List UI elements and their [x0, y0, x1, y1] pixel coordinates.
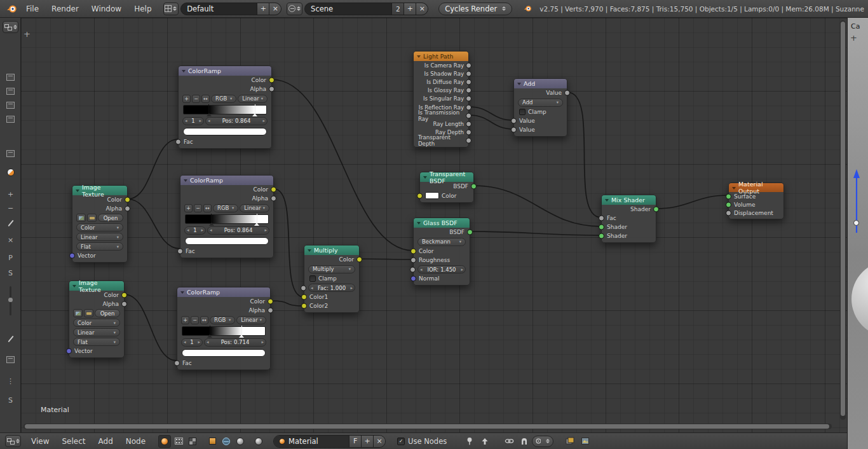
delete-stop-button[interactable]: − [192, 95, 200, 103]
value-output-socket[interactable] [466, 88, 471, 93]
background-image-button[interactable] [579, 435, 592, 448]
manipulator-center-icon[interactable] [853, 220, 859, 226]
value-output-socket[interactable] [466, 138, 471, 144]
collapse-icon[interactable] [180, 291, 184, 294]
grid-icon[interactable] [4, 354, 17, 365]
interpolation-dropdown[interactable]: Linear [238, 95, 268, 103]
stop-index-field[interactable]: 1 [181, 338, 203, 347]
add-stop-button[interactable]: + [181, 316, 189, 324]
distribution-dropdown[interactable]: Beckmann [417, 238, 466, 246]
alpha-output-socket[interactable] [268, 308, 273, 314]
dots-icon[interactable]: ⋮ [4, 375, 17, 387]
z-axis-manipulator-icon[interactable] [851, 169, 865, 239]
shader2-input-socket[interactable] [599, 233, 604, 239]
stop-position-field[interactable]: Pos:0.864 [205, 117, 268, 125]
collapse-icon[interactable] [423, 176, 427, 179]
shader-nodes-button[interactable] [158, 435, 171, 448]
vector-input-socket[interactable] [69, 253, 75, 259]
colorramp-stop-active[interactable] [257, 214, 257, 224]
menu-help[interactable]: Help [128, 4, 158, 13]
blend-type-dropdown[interactable]: Multiply [308, 265, 355, 273]
clamp-checkbox[interactable] [309, 275, 316, 282]
fac-input-socket[interactable] [174, 361, 180, 366]
value-output-socket[interactable] [466, 79, 471, 85]
menu-window[interactable]: Window [85, 4, 128, 13]
node-transparent-bsdf[interactable]: Transparent BSDF BSDF Color [419, 172, 474, 203]
menu-view[interactable]: View [25, 437, 55, 446]
console-icon[interactable] [4, 148, 17, 159]
color-mode-dropdown[interactable]: RGB [211, 95, 236, 103]
add-stop-button[interactable]: + [182, 95, 191, 103]
node-header[interactable]: Light Path [414, 52, 468, 61]
node-header[interactable]: ColorRamp [179, 66, 271, 76]
delete-stop-button[interactable]: − [194, 204, 202, 212]
stop-color-swatch[interactable] [182, 349, 266, 357]
color-input-socket[interactable] [410, 249, 416, 254]
node-mix-multiply[interactable]: Multiply Color Multiply Clamp Fac:1.000 … [304, 245, 360, 313]
colorramp-stop[interactable] [208, 104, 209, 115]
volume-input-socket[interactable] [726, 202, 731, 207]
vector-input-socket[interactable] [66, 349, 72, 354]
object-shader-button[interactable] [206, 435, 219, 448]
menu-add[interactable]: Add [92, 437, 119, 446]
projection-dropdown[interactable]: Flat [76, 242, 123, 251]
remove-icon[interactable]: − [4, 202, 17, 214]
alpha-output-socket[interactable] [125, 206, 130, 212]
stop-position-field[interactable]: Pos:0.714 [204, 338, 266, 347]
interpolation-dropdown[interactable]: Linear [73, 328, 120, 336]
color-swatch[interactable] [425, 192, 439, 199]
node-glass-bsdf[interactable]: Glass BSDF BSDF Beckmann Color Roughness… [413, 218, 470, 286]
value-output-socket[interactable] [466, 71, 471, 76]
menu-node[interactable]: Node [119, 437, 152, 446]
flip-ramp-button[interactable]: ↔ [201, 95, 210, 103]
node-header[interactable]: ColorRamp [177, 287, 270, 297]
slider-widget[interactable] [4, 285, 17, 317]
node-colorramp-1[interactable]: ColorRamp Color Alpha + − ↔ RGB Linear 1… [178, 66, 272, 149]
tab-p-label[interactable]: P [4, 252, 17, 263]
colorspace-dropdown[interactable]: Color [73, 319, 120, 327]
region-expand-icon[interactable]: + [850, 33, 857, 43]
displacement-input-socket[interactable] [726, 210, 731, 216]
color-mode-dropdown[interactable]: RGB [213, 204, 238, 212]
snap-toggle-button[interactable] [518, 435, 531, 448]
collapse-icon[interactable] [76, 190, 79, 192]
color-output-socket[interactable] [121, 293, 127, 298]
sequence-icon[interactable] [4, 99, 17, 111]
browse-image-icon[interactable] [73, 309, 83, 317]
colorramp-gradient[interactable] [182, 326, 266, 336]
color-output-socket[interactable] [268, 299, 273, 305]
pin-button[interactable] [463, 435, 476, 448]
colorramp-gradient[interactable] [183, 105, 267, 114]
world-shader-button[interactable] [220, 435, 233, 448]
open-folder-icon[interactable] [84, 309, 93, 317]
collapse-icon[interactable] [732, 187, 736, 190]
open-folder-icon[interactable] [87, 214, 97, 222]
stop-index-field[interactable]: 1 [184, 226, 206, 235]
flip-ramp-button[interactable]: ↔ [200, 316, 208, 324]
delete-scene-button[interactable]: × [416, 3, 428, 15]
open-image-button[interactable]: Open [95, 309, 120, 317]
toolshelf-expand-icon[interactable]: + [24, 29, 31, 39]
node-colorramp-3[interactable]: ColorRamp Color Alpha + − ↔ RGB Linear 1… [177, 287, 271, 370]
node-mix-shader[interactable]: Mix Shader Shader Fac Shader Shader [601, 195, 656, 243]
material-slot-button[interactable] [252, 435, 265, 448]
snap-element-dropdown[interactable] [532, 436, 553, 447]
colorspace-dropdown[interactable]: Color [76, 223, 123, 231]
screen-layout-browser-icon[interactable] [163, 3, 179, 15]
collapse-icon[interactable] [417, 222, 421, 224]
node-math-add[interactable]: Add Value Add Clamp Value Value [513, 78, 567, 137]
colorramp-stop-active[interactable] [241, 326, 242, 336]
clamp-checkbox[interactable] [519, 109, 526, 115]
interpolation-dropdown[interactable]: Linear [76, 233, 123, 241]
interpolation-dropdown[interactable]: Linear [236, 316, 266, 324]
stop-color-swatch[interactable] [183, 128, 267, 135]
menu-render[interactable]: Render [45, 4, 85, 13]
ior-field[interactable]: IOR:1.450 [417, 265, 466, 273]
collapse-icon[interactable] [417, 55, 421, 58]
node-header[interactable]: Mix Shader [602, 195, 656, 205]
delete-screen-layout-button[interactable]: × [269, 3, 281, 15]
value-input-socket[interactable] [511, 118, 517, 124]
interpolation-dropdown[interactable]: Linear [240, 204, 269, 212]
fac-input-socket[interactable] [177, 249, 183, 254]
value-output-socket[interactable] [466, 104, 471, 110]
